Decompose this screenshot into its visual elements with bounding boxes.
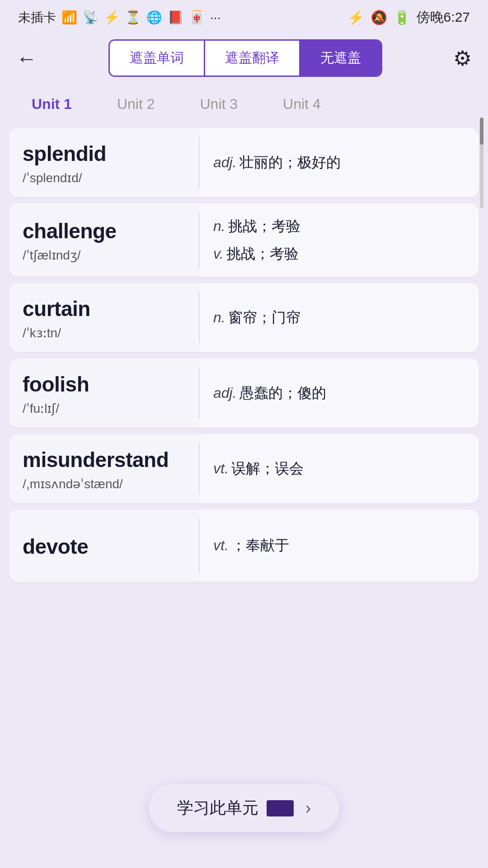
word-english-splendid: splendid: [23, 142, 185, 166]
word-english-misunderstand: misunderstand: [23, 448, 185, 472]
word-def-devote-0: vt.；奉献于: [213, 535, 465, 556]
word-def-challenge-1: v.挑战；考验: [213, 244, 465, 264]
word-english-devote: devote: [23, 534, 185, 559]
word-pos-curtain-0: n.: [213, 309, 225, 326]
scrollbar-thumb: [480, 118, 483, 145]
status-bar: 未插卡 📶 📡 ⚡ ⏳ 🌐 📕 🀄 ··· ⚡ 🔕 🔋 傍晚6:27: [0, 0, 488, 31]
globe-icon: 🌐: [146, 10, 162, 25]
tab-unit1[interactable]: Unit 1: [14, 90, 90, 119]
word-phonetic-challenge: /ˈtʃælɪndʒ/: [23, 248, 185, 263]
tab-unit4[interactable]: Unit 4: [265, 90, 339, 119]
word-left-challenge: challenge /ˈtʃælɪndʒ/: [9, 203, 199, 277]
unit-tabs: Unit 1 Unit 2 Unit 3 Unit 4: [0, 85, 488, 128]
study-icon: [267, 800, 294, 816]
word-def-challenge-0: n.挑战；考验: [213, 216, 465, 236]
word-phonetic-curtain: /ˈkɜːtn/: [23, 326, 185, 340]
tab-unit3[interactable]: Unit 3: [182, 90, 256, 119]
word-left-misunderstand: misunderstand /ˌmɪsʌndəˈstænd/: [9, 434, 199, 503]
word-right-devote: vt.；奉献于: [200, 509, 479, 582]
word-card-misunderstand: misunderstand /ˌmɪsʌndəˈstænd/ vt.误解；误会: [9, 434, 479, 503]
toolbar: ← 遮盖单词 遮盖翻译 无遮盖 ⚙: [0, 31, 488, 85]
word-pos-challenge-1: v.: [213, 245, 224, 262]
battery-icon: 🔋: [394, 9, 410, 25]
word-card-splendid: splendid /ˈsplendɪd/ adj.壮丽的；极好的: [9, 128, 479, 197]
word-right-misunderstand: vt.误解；误会: [200, 434, 479, 503]
app1-icon: 📕: [168, 10, 183, 25]
word-left-devote: devote: [9, 509, 199, 582]
filter-group: 遮盖单词 遮盖翻译 无遮盖: [108, 39, 382, 77]
word-english-challenge: challenge: [23, 219, 185, 243]
status-right: ⚡ 🔕 🔋 傍晚6:27: [347, 8, 470, 27]
study-icon-square2: [277, 800, 294, 816]
word-pos-misunderstand-0: vt.: [213, 460, 229, 476]
bluetooth-icon: ⚡: [347, 9, 364, 25]
word-pos-foolish-0: adj.: [213, 385, 237, 401]
word-left-splendid: splendid /ˈsplendɪd/: [9, 128, 199, 197]
sim-icon: 📶: [61, 10, 77, 25]
notification-icon: 🔕: [371, 9, 387, 25]
status-left: 未插卡 📶 📡 ⚡ ⏳ 🌐 📕 🀄 ···: [18, 9, 221, 26]
scrollbar[interactable]: [480, 118, 483, 208]
word-list: splendid /ˈsplendɪd/ adj.壮丽的；极好的 challen…: [0, 128, 488, 672]
word-card-devote: devote vt.；奉献于: [9, 509, 479, 582]
filter-cover-translation-button[interactable]: 遮盖翻译: [205, 41, 300, 75]
study-unit-button[interactable]: 学习此单元 ›: [149, 784, 339, 832]
word-phonetic-misunderstand: /ˌmɪsʌndəˈstænd/: [23, 476, 185, 491]
tab-unit2[interactable]: Unit 2: [99, 90, 173, 119]
word-right-challenge: n.挑战；考验 v.挑战；考验: [200, 203, 479, 277]
settings-button[interactable]: ⚙: [453, 46, 472, 71]
word-def-curtain-0: n.窗帘；门帘: [213, 307, 465, 328]
usb-icon: ⚡: [104, 10, 120, 25]
study-unit-label: 学习此单元: [177, 797, 258, 819]
word-phonetic-splendid: /ˈsplendɪd/: [23, 170, 185, 185]
hourglass-icon: ⏳: [125, 10, 141, 25]
word-left-curtain: curtain /ˈkɜːtn/: [9, 283, 199, 352]
word-right-splendid: adj.壮丽的；极好的: [200, 128, 479, 197]
word-card-foolish: foolish /ˈfuːlɪʃ/ adj.愚蠢的；傻的: [9, 359, 479, 428]
study-arrow-icon: ›: [305, 799, 311, 818]
word-def-splendid-0: adj.壮丽的；极好的: [213, 152, 465, 173]
word-def-misunderstand-0: vt.误解；误会: [213, 458, 465, 479]
filter-cover-words-button[interactable]: 遮盖单词: [110, 41, 205, 75]
word-right-foolish: adj.愚蠢的；傻的: [200, 359, 479, 428]
time-text: 傍晚6:27: [417, 8, 470, 27]
word-def-foolish-0: adj.愚蠢的；傻的: [213, 383, 465, 403]
word-card-curtain: curtain /ˈkɜːtn/ n.窗帘；门帘: [9, 283, 479, 352]
word-pos-devote-0: vt.: [213, 537, 229, 553]
more-icon: ···: [210, 10, 221, 25]
word-pos-challenge-0: n.: [213, 218, 225, 234]
carrier-text: 未插卡: [18, 9, 56, 26]
word-phonetic-foolish: /ˈfuːlɪʃ/: [23, 401, 185, 416]
back-button[interactable]: ←: [16, 48, 37, 69]
filter-no-cover-button[interactable]: 无遮盖: [300, 41, 381, 75]
app2-icon: 🀄: [189, 10, 205, 25]
word-english-foolish: foolish: [23, 372, 185, 396]
word-right-curtain: n.窗帘；门帘: [200, 283, 479, 352]
word-left-foolish: foolish /ˈfuːlɪʃ/: [9, 359, 199, 428]
word-english-curtain: curtain: [23, 297, 185, 321]
word-card-challenge: challenge /ˈtʃælɪndʒ/ n.挑战；考验 v.挑战；考验: [9, 203, 479, 277]
word-pos-splendid-0: adj.: [213, 154, 237, 170]
wifi-icon: 📡: [83, 10, 99, 25]
